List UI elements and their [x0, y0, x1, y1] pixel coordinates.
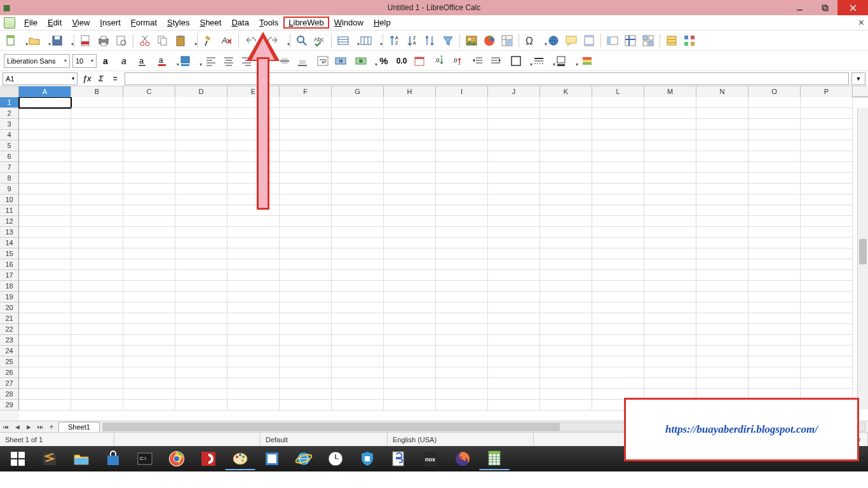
sort-desc-button[interactable]: ZA: [405, 33, 420, 48]
cell[interactable]: [384, 400, 436, 410]
define-range-button[interactable]: [605, 33, 620, 48]
cell[interactable]: [488, 270, 540, 281]
cell[interactable]: [280, 119, 332, 130]
insert-pivot-button[interactable]: [499, 33, 515, 48]
cell[interactable]: [280, 259, 332, 270]
cell[interactable]: [71, 302, 123, 313]
cell[interactable]: [644, 378, 696, 389]
cell[interactable]: [436, 119, 488, 130]
cell[interactable]: [801, 292, 853, 302]
menu-edit[interactable]: Edit: [43, 17, 67, 29]
cell[interactable]: [644, 259, 696, 270]
cell[interactable]: [696, 130, 749, 140]
cell[interactable]: [749, 173, 801, 184]
cell[interactable]: [436, 302, 488, 313]
cell[interactable]: [696, 173, 749, 184]
column-header[interactable]: C: [123, 86, 175, 97]
cell[interactable]: [801, 205, 853, 216]
cell[interactable]: [332, 335, 384, 346]
cell[interactable]: [175, 324, 227, 335]
merge-cells-button[interactable]: [333, 53, 348, 69]
cell[interactable]: [19, 389, 71, 400]
cell[interactable]: [175, 205, 227, 216]
cell[interactable]: [436, 205, 488, 216]
cell[interactable]: [540, 173, 592, 184]
open-button[interactable]: ▾: [27, 33, 47, 48]
sort-asc-button[interactable]: AZ: [387, 33, 402, 48]
cell[interactable]: [227, 335, 280, 346]
border-color-button[interactable]: ▾: [554, 53, 574, 69]
add-sheet-button[interactable]: +: [46, 422, 57, 432]
cell[interactable]: [749, 162, 801, 173]
cell[interactable]: [71, 292, 123, 302]
cell[interactable]: [227, 205, 280, 216]
cell[interactable]: [71, 324, 123, 335]
cell[interactable]: [749, 335, 801, 346]
row-header[interactable]: 26: [0, 367, 19, 378]
cell[interactable]: [540, 400, 592, 410]
number-button[interactable]: 0.0: [394, 53, 409, 69]
menu-data[interactable]: Data: [226, 17, 254, 29]
cell[interactable]: [19, 335, 71, 346]
cell[interactable]: [696, 356, 749, 367]
cell[interactable]: [227, 259, 280, 270]
cell[interactable]: [592, 248, 644, 259]
cell[interactable]: [540, 205, 592, 216]
cell[interactable]: [436, 367, 488, 378]
cell[interactable]: [696, 205, 749, 216]
cell[interactable]: [19, 173, 71, 184]
decrease-indent-button[interactable]: [488, 53, 503, 69]
cell[interactable]: [123, 281, 175, 292]
cell[interactable]: [592, 281, 644, 292]
cell[interactable]: [71, 194, 123, 205]
cell[interactable]: [123, 216, 175, 227]
cell[interactable]: [696, 184, 749, 194]
cell[interactable]: [436, 324, 488, 335]
cell[interactable]: [175, 162, 227, 173]
percent-button[interactable]: %: [376, 53, 391, 69]
cell[interactable]: [436, 108, 488, 119]
cell[interactable]: [384, 140, 436, 151]
add-decimal-button[interactable]: .0+: [432, 53, 447, 69]
cell[interactable]: [644, 119, 696, 130]
cell[interactable]: [332, 205, 384, 216]
cell[interactable]: [175, 140, 227, 151]
cell[interactable]: [488, 378, 540, 389]
cell[interactable]: [488, 108, 540, 119]
menu-window[interactable]: Window: [329, 17, 369, 29]
cell[interactable]: [592, 302, 644, 313]
cell[interactable]: [696, 292, 749, 302]
cell[interactable]: [696, 302, 749, 313]
cell[interactable]: [749, 302, 801, 313]
new-button[interactable]: ▾: [4, 33, 24, 48]
cell[interactable]: [488, 205, 540, 216]
cell[interactable]: [175, 248, 227, 259]
cell[interactable]: [488, 216, 540, 227]
cell[interactable]: [749, 108, 801, 119]
cell[interactable]: [540, 259, 592, 270]
row-header[interactable]: 15: [0, 248, 19, 259]
cell[interactable]: [175, 313, 227, 324]
cell[interactable]: [592, 270, 644, 281]
cell[interactable]: [384, 216, 436, 227]
cell[interactable]: [227, 281, 280, 292]
cell[interactable]: [123, 130, 175, 140]
cell[interactable]: [332, 378, 384, 389]
cell[interactable]: [227, 108, 280, 119]
column-header[interactable]: O: [749, 86, 801, 97]
column-header[interactable]: B: [71, 86, 123, 97]
clear-formatting-button[interactable]: A: [219, 33, 234, 48]
cell[interactable]: [71, 356, 123, 367]
row-header[interactable]: 28: [0, 389, 19, 400]
menu-sheet[interactable]: Sheet: [194, 17, 226, 29]
taskbar-sublime-icon[interactable]: [34, 447, 65, 470]
cell[interactable]: [749, 292, 801, 302]
cell[interactable]: [71, 151, 123, 162]
row-header[interactable]: 3: [0, 119, 19, 130]
cell[interactable]: [175, 173, 227, 184]
cell[interactable]: [175, 194, 227, 205]
cell[interactable]: [644, 205, 696, 216]
row-button[interactable]: ▾: [336, 33, 356, 48]
cell[interactable]: [19, 400, 71, 410]
cell[interactable]: [227, 313, 280, 324]
